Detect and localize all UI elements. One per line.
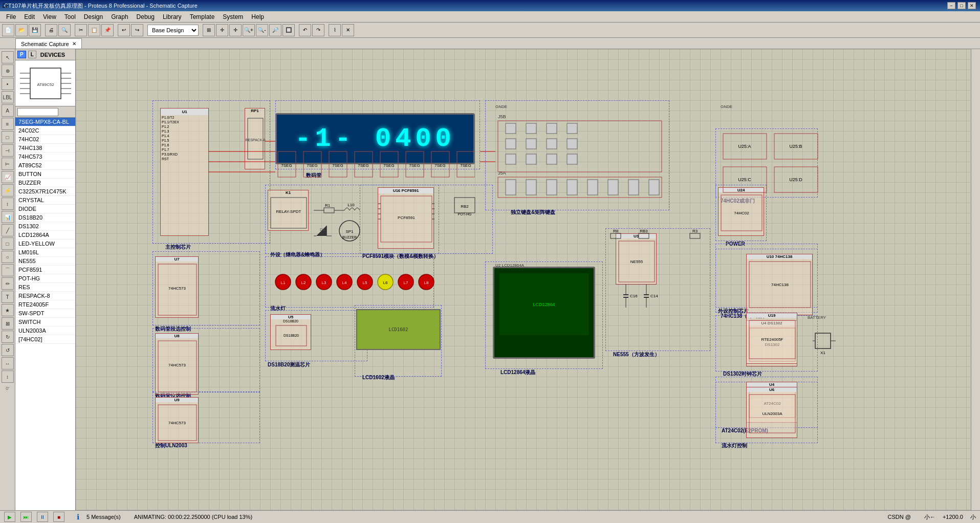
2d-box[interactable]: □ xyxy=(2,237,14,250)
device-item-1[interactable]: 24C02C xyxy=(15,126,75,135)
zoom-area-button[interactable]: 🔎 xyxy=(269,24,281,36)
2d-text[interactable]: T xyxy=(2,291,14,303)
redo-button[interactable]: ↪ xyxy=(131,24,143,36)
menu-template[interactable]: Template xyxy=(186,12,219,21)
close-button[interactable]: ✕ xyxy=(968,2,976,9)
device-item-6[interactable]: BUTTON xyxy=(15,170,75,179)
copy-button[interactable]: 📋 xyxy=(88,24,100,36)
menu-tool[interactable]: Tool xyxy=(60,12,80,21)
device-filter-input[interactable] xyxy=(17,108,58,116)
device-item-5[interactable]: AT89C52 xyxy=(15,161,75,170)
paste-button[interactable]: 📌 xyxy=(101,24,114,36)
zoom-fit[interactable]: ⊠ xyxy=(2,317,14,330)
voltage-probe[interactable]: ⚡ xyxy=(2,184,14,197)
device-item-12[interactable]: DS1302 xyxy=(15,222,75,231)
device-item-25[interactable]: [74HC02] xyxy=(15,335,75,344)
panel-p-btn[interactable]: P xyxy=(17,51,26,58)
device-item-0[interactable]: 7SEG-MPX8-CA-BL xyxy=(15,118,75,126)
menu-file[interactable]: File xyxy=(2,12,20,21)
device-item-10[interactable]: DIODE xyxy=(15,205,75,213)
device-item-4[interactable]: 74HC573 xyxy=(15,152,75,161)
current-probe[interactable]: ↕ xyxy=(2,198,14,210)
menu-graph[interactable]: Graph xyxy=(107,12,132,21)
device-item-13[interactable]: LCD12864A xyxy=(15,231,75,239)
bus-tool[interactable]: ≡ xyxy=(2,118,14,130)
terminal-tool[interactable]: ⊣ xyxy=(2,144,14,157)
zoom-out-button[interactable]: 🔍- xyxy=(256,24,268,36)
panel-l-btn[interactable]: L xyxy=(28,51,36,58)
print-button[interactable]: 🖨 xyxy=(45,24,57,36)
menu-system[interactable]: System xyxy=(219,12,247,21)
new-button[interactable]: 📄 xyxy=(2,24,14,36)
device-item-17[interactable]: PCF8591 xyxy=(15,266,75,274)
print-preview-button[interactable]: 🔍 xyxy=(58,24,71,36)
device-item-24[interactable]: ULN2003A xyxy=(15,326,75,335)
flip-h[interactable]: ↔ xyxy=(2,357,14,369)
menu-debug[interactable]: Debug xyxy=(133,12,159,21)
play-button[interactable]: ▶ xyxy=(4,512,15,522)
device-item-3[interactable]: 74HC138 xyxy=(15,144,75,152)
device-item-20[interactable]: RESPACK-8 xyxy=(15,292,75,300)
stop-button[interactable]: ■ xyxy=(53,512,64,522)
svg-text:R1: R1 xyxy=(325,203,331,208)
delete-button[interactable]: ✕ xyxy=(342,24,354,36)
pan-button[interactable]: ✛ xyxy=(229,24,242,36)
zoom-all-button[interactable]: 🔲 xyxy=(282,24,295,36)
device-item-22[interactable]: SW-SPDT xyxy=(15,309,75,318)
maximize-button[interactable]: □ xyxy=(957,2,966,9)
cut-button[interactable]: ✂ xyxy=(75,24,87,36)
schematic-canvas[interactable]: -1- 0400 主控制芯片 数码管 外设（继电器&蜂鸣器） 流水灯 DS18B… xyxy=(76,49,971,510)
device-item-7[interactable]: BUZZER xyxy=(15,179,75,187)
step-button[interactable]: ⏭ xyxy=(20,512,32,522)
device-item-8[interactable]: C3225X7R1C475K xyxy=(15,187,75,196)
undo-button[interactable]: ↩ xyxy=(118,24,130,36)
undo2-button[interactable]: ↶ xyxy=(299,24,311,36)
text-tool[interactable]: A xyxy=(2,104,14,117)
design-select[interactable]: Base Design xyxy=(147,25,199,36)
fit-view-button[interactable]: ⊞ xyxy=(203,24,215,36)
device-item-11[interactable]: DS18B20 xyxy=(15,213,75,222)
device-item-19[interactable]: RES xyxy=(15,283,75,292)
wire-button[interactable]: ⌇ xyxy=(329,24,341,36)
select-tool[interactable]: ↖ xyxy=(2,51,14,63)
menu-view[interactable]: View xyxy=(39,12,60,21)
device-pin-tool[interactable]: ⊢ xyxy=(2,158,14,170)
menu-edit[interactable]: Edit xyxy=(20,12,39,21)
rotate-cw[interactable]: ↻ xyxy=(2,331,14,343)
menu-library[interactable]: Library xyxy=(159,12,186,21)
device-item-15[interactable]: LM016L xyxy=(15,248,75,257)
redo2-button[interactable]: ↷ xyxy=(312,24,324,36)
tab-schematic-capture[interactable]: Schematic Capture ✕ xyxy=(15,38,82,49)
save-button[interactable]: 💾 xyxy=(29,24,41,36)
2d-circle[interactable]: ○ xyxy=(2,251,14,263)
pause-button[interactable]: ⏸ xyxy=(37,512,48,522)
wire-label-tool[interactable]: LBL xyxy=(2,91,14,103)
device-item-9[interactable]: CRYSTAL xyxy=(15,196,75,205)
2d-arc[interactable]: ⌒ xyxy=(2,264,14,276)
sub-circuit-tool[interactable]: □ xyxy=(2,131,14,143)
menu-help[interactable]: Help xyxy=(247,12,268,21)
menu-design[interactable]: Design xyxy=(80,12,107,21)
device-item-16[interactable]: NE555 xyxy=(15,257,75,266)
svg-text:L7: L7 xyxy=(404,280,408,285)
device-item-2[interactable]: 74HC02 xyxy=(15,135,75,144)
device-item-21[interactable]: RTE24005F xyxy=(15,300,75,309)
virtual-inst[interactable]: 📊 xyxy=(2,211,14,223)
open-button[interactable]: 📂 xyxy=(15,24,28,36)
device-item-14[interactable]: LED-YELLOW xyxy=(15,239,75,248)
2d-line[interactable]: ╱ xyxy=(2,224,14,236)
minimize-button[interactable]: − xyxy=(947,2,955,9)
component-tool[interactable]: ⊕ xyxy=(2,64,14,77)
2d-symbol[interactable]: ★ xyxy=(2,304,14,316)
graph-tool[interactable]: 📈 xyxy=(2,171,14,183)
zoom-in-button[interactable]: 🔍+ xyxy=(243,24,255,36)
tab-close-icon[interactable]: ✕ xyxy=(72,41,76,47)
center-button[interactable]: ✛ xyxy=(216,24,228,36)
junction-tool[interactable]: • xyxy=(2,78,14,90)
device-item-18[interactable]: POT-HG xyxy=(15,274,75,283)
device-item-23[interactable]: SWITCH xyxy=(15,318,75,326)
titlebar-buttons[interactable]: − □ ✕ xyxy=(947,2,976,9)
flip-v[interactable]: ↕ xyxy=(2,371,14,383)
rotate-ccw[interactable]: ↺ xyxy=(2,344,14,356)
2d-path[interactable]: ✏ xyxy=(2,277,14,290)
